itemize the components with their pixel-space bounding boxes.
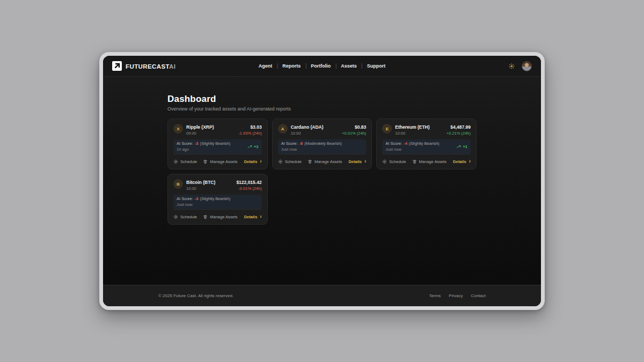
- page-title: Dashboard: [167, 94, 477, 105]
- manage-assets-label: Manage Assets: [419, 159, 447, 164]
- asset-time: 10:00: [186, 186, 215, 191]
- asset-name: Cardano (ADA): [291, 124, 324, 130]
- app-footer: © 2025 Future Cast. All rights reserved.…: [103, 285, 541, 306]
- ai-updated-time: Just now: [281, 147, 342, 152]
- details-button[interactable]: Details ›: [453, 159, 471, 164]
- user-avatar[interactable]: [522, 61, 532, 71]
- ai-updated-time: Just now: [385, 147, 439, 152]
- ai-sentiment: (Moderately Bearish): [304, 141, 342, 146]
- asset-card: E Ethereum (ETH) 10:00 $4,487.99 +0.21% …: [376, 119, 477, 169]
- asset-time: 10:00: [291, 131, 324, 136]
- footer-links: Terms Privacy Contact: [429, 293, 486, 298]
- asset-price: $0.83: [342, 124, 366, 130]
- asset-change: +0.01% (24h): [342, 131, 366, 136]
- manage-assets-label: Manage Assets: [314, 159, 342, 164]
- dashboard-content: Dashboard Overview of your tracked asset…: [167, 77, 477, 285]
- asset-card-header: A Cardano (ADA) 10:00 $0.83 +0.01% (24h): [278, 124, 367, 136]
- arrow-up-right-icon: [112, 61, 122, 71]
- gear-icon: [382, 159, 387, 164]
- ai-score-panel: AI Score: -6 (Moderately Bearish) Just n…: [278, 139, 367, 154]
- theme-toggle-button[interactable]: [509, 63, 515, 69]
- sun-icon: [509, 63, 515, 69]
- main-area: Dashboard Overview of your tracked asset…: [103, 77, 541, 285]
- schedule-label: Schedule: [180, 159, 197, 164]
- details-button[interactable]: Details ›: [244, 215, 262, 219]
- ai-score-panel: AI Score: -3 (Slightly Bearish) 1h ago +…: [173, 139, 262, 154]
- details-button[interactable]: Details ›: [244, 159, 262, 164]
- ai-score-line: AI Score: -4 (Slightly Bearish): [385, 141, 439, 146]
- details-button[interactable]: Details ›: [348, 159, 366, 164]
- nav-item[interactable]: Assets: [336, 63, 362, 69]
- chevron-right-icon: ›: [364, 159, 366, 164]
- nav-item[interactable]: Portfolio: [306, 63, 335, 69]
- header-actions: [509, 61, 532, 71]
- asset-price: $3.03: [238, 124, 261, 130]
- schedule-label: Schedule: [389, 159, 406, 164]
- trend-badge: +2: [247, 144, 259, 149]
- ai-score-value: -4: [404, 141, 407, 146]
- app-window: FUTURECASTAI Agent Reports Portfolio Ass…: [99, 52, 545, 310]
- ai-score-value: -3: [195, 196, 199, 201]
- chevron-right-icon: ›: [260, 214, 261, 219]
- ai-score-label: AI Score:: [177, 196, 193, 201]
- nav-item-group: Portfolio: [306, 63, 336, 69]
- asset-name: Ethereum (ETH): [395, 124, 429, 130]
- asset-card-actions: Schedule Manage Assets Details ›: [278, 154, 367, 169]
- asset-card-actions: Schedule Manage Assets Details ›: [173, 209, 262, 224]
- chevron-right-icon: ›: [260, 159, 261, 164]
- asset-change: +0.21% (24h): [447, 131, 471, 136]
- nav-item[interactable]: Agent: [254, 63, 277, 69]
- footer-link[interactable]: Terms: [429, 293, 441, 298]
- asset-pricing: $3.03 -1.93% (24h): [238, 124, 261, 136]
- ai-score-info: AI Score: -4 (Slightly Bearish) Just now: [385, 141, 439, 152]
- asset-name: Ripple (XRP): [186, 124, 214, 130]
- ai-score-value: -3: [195, 141, 199, 146]
- ai-score-panel: AI Score: -4 (Slightly Bearish) Just now…: [382, 139, 471, 154]
- manage-assets-button[interactable]: Manage Assets: [308, 159, 342, 164]
- footer-link[interactable]: Privacy: [449, 293, 463, 298]
- manage-assets-label: Manage Assets: [210, 159, 237, 164]
- nav-item[interactable]: Reports: [277, 63, 305, 69]
- asset-name: Bitcoin (BTC): [186, 180, 215, 185]
- brand-suffix-text: AI: [169, 63, 175, 70]
- schedule-button[interactable]: Schedule: [173, 215, 197, 219]
- ai-updated-time: 1h ago: [177, 147, 230, 152]
- manage-assets-button[interactable]: Manage Assets: [203, 159, 237, 164]
- nav-item-group: Reports: [277, 63, 306, 69]
- schedule-button[interactable]: Schedule: [173, 159, 197, 164]
- brand-name: FUTURECASTAI: [126, 61, 175, 71]
- ai-score-info: AI Score: -6 (Moderately Bearish) Just n…: [281, 141, 342, 152]
- footer-link[interactable]: Contact: [471, 293, 486, 298]
- asset-card-header: E Ethereum (ETH) 10:00 $4,487.99 +0.21% …: [382, 124, 471, 136]
- details-label: Details: [348, 159, 362, 164]
- asset-card: A Cardano (ADA) 10:00 $0.83 +0.01% (24h)…: [272, 119, 372, 169]
- ai-score-info: AI Score: -3 (Slightly Bearish) 1h ago: [177, 141, 230, 152]
- nav-item[interactable]: Support: [362, 63, 391, 69]
- manage-assets-button[interactable]: Manage Assets: [203, 215, 237, 219]
- ai-score-value: -6: [299, 141, 303, 146]
- details-label: Details: [244, 215, 258, 219]
- trash-icon: [412, 159, 417, 164]
- asset-card-header: X Ripple (XRP) 09:00 $3.03 -1.93% (24h): [173, 124, 262, 136]
- trash-icon: [308, 159, 312, 164]
- ai-score-line: AI Score: -3 (Slightly Bearish): [177, 141, 230, 146]
- gear-icon: [278, 159, 283, 164]
- nav-item-group: Assets: [336, 63, 362, 69]
- gear-icon: [173, 159, 178, 164]
- schedule-button[interactable]: Schedule: [278, 159, 302, 164]
- trend-value: +1: [463, 144, 467, 149]
- manage-assets-button[interactable]: Manage Assets: [412, 159, 447, 164]
- schedule-label: Schedule: [180, 215, 197, 219]
- desktop-background: { "brand": { "name": "FUTURECAST", "suff…: [0, 0, 644, 362]
- ai-score-line: AI Score: -3 (Slightly Bearish): [177, 196, 230, 201]
- page-subtitle: Overview of your tracked assets and AI-g…: [167, 106, 477, 112]
- asset-identity: Cardano (ADA) 10:00: [291, 124, 324, 136]
- schedule-button[interactable]: Schedule: [382, 159, 406, 164]
- asset-card-grid: X Ripple (XRP) 09:00 $3.03 -1.93% (24h) …: [167, 119, 477, 225]
- asset-identity: Ripple (XRP) 09:00: [186, 124, 214, 136]
- trash-icon: [203, 215, 208, 219]
- chevron-right-icon: ›: [469, 159, 471, 164]
- asset-icon: B: [173, 179, 183, 189]
- asset-icon: A: [278, 124, 288, 134]
- asset-card-header: B Bitcoin (BTC) 10:00 $122,015.42 -0.01%…: [173, 179, 262, 191]
